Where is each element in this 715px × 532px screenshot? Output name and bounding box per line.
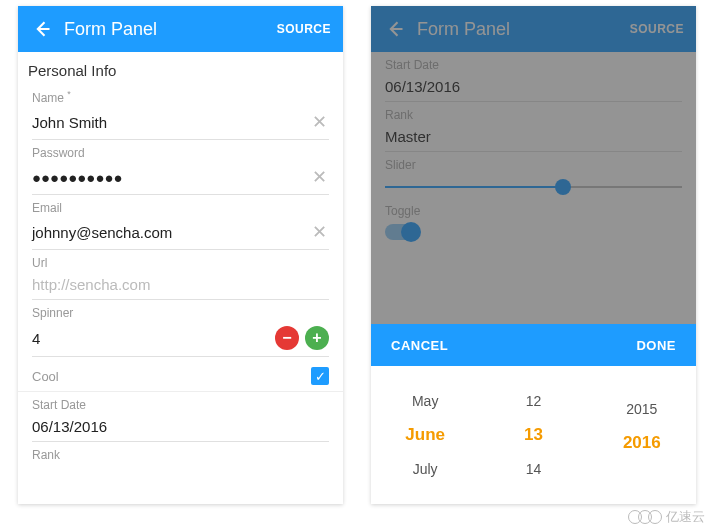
watermark-icon xyxy=(632,510,662,524)
spinner-plus-button[interactable]: + xyxy=(305,326,329,350)
header-title: Form Panel xyxy=(64,19,277,40)
spinner-label: Spinner xyxy=(32,306,329,320)
clear-icon[interactable]: ✕ xyxy=(310,166,329,188)
start-date-value: 06/13/2016 xyxy=(32,418,329,435)
url-placeholder: http://sencha.com xyxy=(32,276,329,293)
picker-day-selected[interactable]: 13 xyxy=(524,425,543,445)
start-date-field[interactable]: Start Date 06/13/2016 xyxy=(18,392,343,442)
password-field[interactable]: Password ●●●●●●●●●●✕ xyxy=(18,140,343,195)
picker-year-selected[interactable]: 2016 xyxy=(623,433,661,453)
password-label: Password xyxy=(32,146,329,160)
name-field[interactable]: Name * John Smith✕ xyxy=(18,83,343,140)
name-label: Name * xyxy=(32,89,329,105)
email-field[interactable]: Email johnny@sencha.com✕ xyxy=(18,195,343,250)
spinner-minus-button[interactable]: − xyxy=(275,326,299,350)
back-icon[interactable] xyxy=(30,17,54,41)
picker-year-column[interactable]: 2015 2016 xyxy=(588,366,696,504)
picker-month-prev[interactable]: May xyxy=(412,393,438,409)
spinner-field[interactable]: Spinner 4 − + xyxy=(18,300,343,357)
date-picker[interactable]: May June July 12 13 14 2015 2016 xyxy=(371,366,696,504)
modal-overlay[interactable] xyxy=(371,6,696,324)
form-panel-screen-1: Form Panel SOURCE Personal Info Name * J… xyxy=(18,6,343,504)
cool-checkbox[interactable]: ✓ xyxy=(311,367,329,385)
source-button[interactable]: SOURCE xyxy=(277,22,331,36)
watermark: 亿速云 xyxy=(632,508,705,526)
clear-icon[interactable]: ✕ xyxy=(310,111,329,133)
picker-day-column[interactable]: 12 13 14 xyxy=(479,366,587,504)
cool-label: Cool xyxy=(32,369,311,384)
cancel-button[interactable]: CANCEL xyxy=(391,338,448,353)
password-value: ●●●●●●●●●● xyxy=(32,169,310,186)
picker-month-selected[interactable]: June xyxy=(405,425,445,445)
url-label: Url xyxy=(32,256,329,270)
picker-year-prev[interactable]: 2015 xyxy=(626,401,657,417)
clear-icon[interactable]: ✕ xyxy=(310,221,329,243)
picker-day-prev[interactable]: 12 xyxy=(526,393,542,409)
picker-month-column[interactable]: May June July xyxy=(371,366,479,504)
section-title: Personal Info xyxy=(18,52,343,83)
watermark-text: 亿速云 xyxy=(666,508,705,526)
app-header: Form Panel SOURCE xyxy=(18,6,343,52)
cool-field[interactable]: Cool ✓ xyxy=(18,357,343,392)
url-field[interactable]: Url http://sencha.com xyxy=(18,250,343,300)
start-date-label: Start Date xyxy=(32,398,329,412)
rank-field[interactable]: Rank xyxy=(18,442,343,462)
picker-action-bar: CANCEL DONE xyxy=(371,324,696,366)
email-label: Email xyxy=(32,201,329,215)
picker-day-next[interactable]: 14 xyxy=(526,461,542,477)
name-value: John Smith xyxy=(32,114,310,131)
picker-month-next[interactable]: July xyxy=(413,461,438,477)
email-value: johnny@sencha.com xyxy=(32,224,310,241)
spinner-value: 4 xyxy=(32,330,269,347)
form-panel-screen-2: Form Panel SOURCE Start Date 06/13/2016 … xyxy=(371,6,696,504)
done-button[interactable]: DONE xyxy=(636,338,676,353)
rank-label: Rank xyxy=(32,448,329,462)
